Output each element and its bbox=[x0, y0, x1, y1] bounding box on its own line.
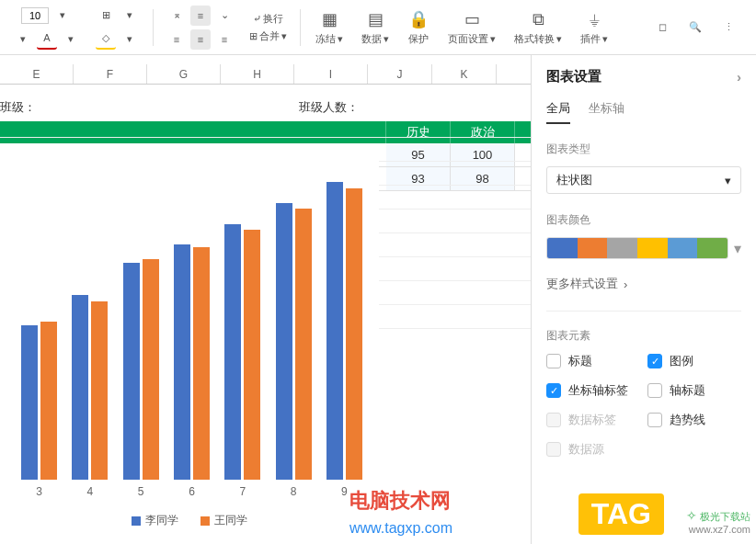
chevron-right-icon: › bbox=[624, 278, 627, 291]
chart-bar bbox=[123, 263, 140, 480]
chart-type-label: 图表类型 bbox=[546, 142, 741, 157]
legend-item: 王同学 bbox=[200, 513, 247, 528]
freeze-button[interactable]: ▦ 冻结 ▾ bbox=[308, 8, 350, 46]
format-convert-button[interactable]: ⧉ 格式转换 ▾ bbox=[507, 8, 569, 46]
chevron-down-icon[interactable]: ▾ bbox=[61, 29, 81, 50]
watermark: 电脑技术网 www.tagxp.com bbox=[349, 487, 452, 538]
bar-group bbox=[326, 182, 362, 480]
chart-legend: 李同学王同学 bbox=[0, 507, 379, 528]
tab-global[interactable]: 全局 bbox=[546, 100, 570, 124]
chart-bar bbox=[224, 224, 241, 480]
chart-bar bbox=[193, 247, 210, 480]
column-headers: EFGHIJK bbox=[0, 64, 531, 85]
color-swatch[interactable] bbox=[547, 238, 578, 258]
convert-icon: ⧉ bbox=[527, 8, 549, 30]
checkbox-trendline[interactable]: 趋势线 bbox=[647, 412, 741, 428]
color-swatch[interactable] bbox=[697, 238, 727, 258]
tag-badge: TAG bbox=[578, 493, 664, 535]
chart-color-label: 图表颜色 bbox=[546, 212, 741, 228]
font-size-input[interactable] bbox=[21, 7, 49, 24]
color-swatch[interactable] bbox=[637, 238, 668, 258]
chevron-down-icon[interactable]: ▾ bbox=[52, 6, 73, 26]
chart-bar bbox=[276, 203, 292, 480]
bar-group bbox=[174, 244, 210, 480]
checkbox-legend[interactable]: ✓图例 bbox=[647, 353, 741, 369]
more-styles-link[interactable]: 更多样式设置› bbox=[546, 276, 741, 292]
wrap-button[interactable]: ⤶ 换行 bbox=[253, 12, 283, 26]
chart-bar bbox=[40, 322, 57, 480]
column-header[interactable]: K bbox=[432, 64, 497, 84]
chevron-down-icon[interactable]: ▾ bbox=[734, 240, 741, 257]
x-axis-label: 8 bbox=[291, 485, 297, 498]
color-swatch[interactable] bbox=[607, 238, 637, 258]
align-center-button[interactable]: ≡ bbox=[190, 29, 211, 50]
x-axis-label: 3 bbox=[36, 485, 42, 498]
lock-icon: 🔒 bbox=[407, 8, 430, 30]
borders-button[interactable]: ⊞ bbox=[96, 6, 116, 26]
plugin-icon: ⏚ bbox=[583, 8, 605, 30]
data-icon: ▤ bbox=[364, 8, 386, 30]
spreadsheet-area[interactable]: EFGHIJK 班级： 班级人数： 历史政治 951009398 3456789 bbox=[0, 55, 531, 544]
checkbox-data-label: 数据标签 bbox=[546, 412, 640, 428]
font-color-button[interactable]: A bbox=[37, 29, 57, 50]
chart[interactable]: 3456789 李同学王同学 bbox=[0, 158, 379, 544]
column-header[interactable]: G bbox=[147, 64, 221, 84]
x-axis-label: 7 bbox=[239, 485, 246, 498]
column-header[interactable]: H bbox=[221, 64, 294, 84]
x-axis-label: 5 bbox=[138, 485, 144, 498]
toolbar: ▾ ▾ A ▾ ⊞ ▾ ◇ ▾ ⌅ ≡ ⌄ ≡ ≡ ≡ ⤶ 换行 ⊞ 合并 bbox=[0, 0, 756, 55]
chart-elements-label: 图表元素 bbox=[546, 328, 741, 344]
x-axis-label: 9 bbox=[341, 485, 348, 498]
data-button[interactable]: ▤ 数据 ▾ bbox=[354, 8, 396, 46]
chart-bar bbox=[143, 259, 159, 480]
panel-title: 图表设置 bbox=[546, 68, 601, 85]
chart-settings-panel: 图表设置 › 全局 坐标轴 图表类型 柱状图 ▾ 图表颜色 ▾ 更多样式设置› … bbox=[531, 55, 756, 544]
chevron-down-icon[interactable]: ▾ bbox=[120, 6, 140, 26]
checkbox-title[interactable]: 标题 bbox=[546, 353, 640, 369]
bar-group bbox=[72, 295, 108, 480]
bar-group bbox=[224, 224, 260, 480]
align-top-button[interactable]: ⌅ bbox=[166, 6, 187, 26]
page-setup-button[interactable]: ▭ 页面设置 ▾ bbox=[441, 8, 503, 46]
chart-bar bbox=[295, 209, 312, 480]
x-axis-label: 6 bbox=[189, 485, 195, 498]
x-axis-label: 4 bbox=[87, 485, 94, 498]
chart-bar bbox=[72, 295, 88, 480]
tab-axis[interactable]: 坐标轴 bbox=[589, 100, 624, 124]
fill-color-button[interactable]: ◇ bbox=[96, 29, 116, 50]
checkbox-axis-title[interactable]: 轴标题 bbox=[647, 382, 741, 399]
chart-bar bbox=[21, 325, 38, 480]
more-icon[interactable]: ⋮ bbox=[717, 17, 739, 39]
column-header[interactable]: I bbox=[294, 64, 368, 84]
align-middle-button[interactable]: ≡ bbox=[190, 6, 211, 26]
column-header[interactable]: F bbox=[74, 64, 147, 84]
chart-bar bbox=[326, 182, 343, 480]
color-swatch[interactable] bbox=[668, 238, 698, 258]
color-swatch[interactable] bbox=[578, 238, 608, 258]
chevron-down-icon: ▾ bbox=[725, 174, 731, 187]
checkbox-data-source: 数据源 bbox=[546, 441, 640, 458]
user-icon[interactable]: ◻ bbox=[651, 17, 673, 39]
align-right-button[interactable]: ≡ bbox=[214, 29, 235, 50]
chevron-down-icon[interactable]: ▾ bbox=[120, 29, 140, 50]
chevron-right-icon[interactable]: › bbox=[737, 69, 741, 85]
checkbox-axis-label[interactable]: ✓坐标轴标签 bbox=[546, 382, 640, 399]
page-icon: ▭ bbox=[461, 8, 483, 30]
bar-group bbox=[123, 259, 159, 480]
column-header[interactable]: E bbox=[0, 64, 74, 84]
column-header[interactable]: J bbox=[368, 64, 432, 84]
plugin-button[interactable]: ⏚ 插件 ▾ bbox=[573, 8, 615, 46]
freeze-icon: ▦ bbox=[318, 8, 340, 30]
search-icon[interactable]: 🔍 bbox=[684, 17, 706, 39]
chart-bar bbox=[91, 301, 108, 480]
protect-button[interactable]: 🔒 保护 bbox=[400, 8, 437, 46]
chart-type-dropdown[interactable]: 柱状图 ▾ bbox=[546, 166, 741, 194]
align-bottom-button[interactable]: ⌄ bbox=[214, 6, 235, 26]
merge-button[interactable]: ⊞ 合并 ▾ bbox=[249, 29, 287, 43]
chart-bar bbox=[346, 188, 362, 480]
color-palette[interactable] bbox=[546, 237, 728, 259]
chart-bar bbox=[174, 244, 190, 480]
align-left-button[interactable]: ≡ bbox=[166, 29, 187, 50]
download-badge: ✧ 极光下载站 www.xz7.com bbox=[686, 508, 750, 535]
chevron-down-icon[interactable]: ▾ bbox=[13, 29, 33, 50]
